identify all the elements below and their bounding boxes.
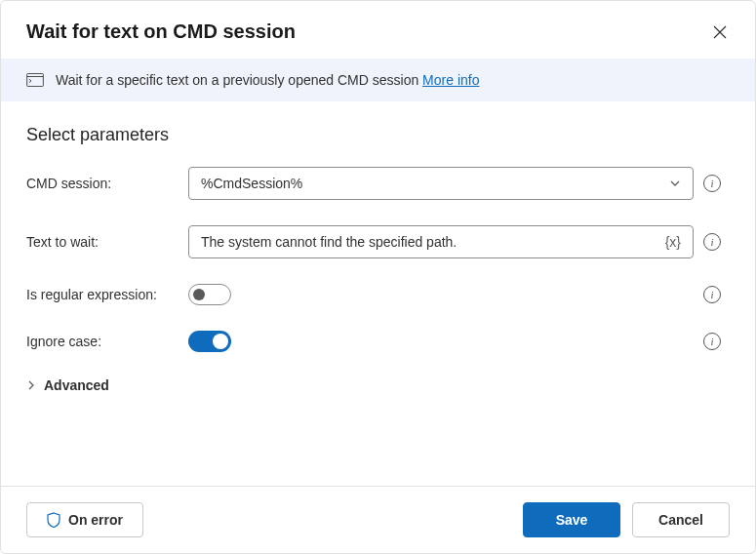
label-ignore-case: Ignore case:	[26, 334, 188, 349]
advanced-toggle[interactable]: Advanced	[26, 377, 730, 393]
cancel-label: Cancel	[658, 512, 703, 528]
close-button[interactable]	[710, 22, 730, 42]
dialog-footer: On error Save Cancel	[1, 486, 755, 553]
row-text-to-wait: Text to wait: The system cannot find the…	[26, 225, 730, 258]
footer-right: Save Cancel	[523, 502, 730, 537]
dialog-header: Wait for text on CMD session	[1, 1, 755, 59]
cmd-session-select[interactable]: %CmdSession%	[188, 167, 694, 200]
on-error-label: On error	[68, 512, 123, 528]
info-icon-ignore-case[interactable]: i	[703, 333, 721, 350]
cmd-session-value: %CmdSession%	[201, 176, 302, 191]
variable-icon[interactable]: {x}	[665, 234, 681, 250]
info-icon-cmd-session[interactable]: i	[703, 175, 721, 192]
is-regex-toggle[interactable]	[188, 284, 231, 305]
svg-rect-0	[27, 73, 44, 86]
text-to-wait-value: The system cannot find the specified pat…	[201, 234, 665, 250]
info-icon-text-to-wait[interactable]: i	[703, 233, 721, 251]
row-cmd-session: CMD session: %CmdSession% i	[26, 167, 730, 200]
ignore-case-toggle[interactable]	[188, 331, 231, 352]
banner-text: Wait for a specific text on a previously…	[56, 72, 479, 88]
info-icon-is-regex[interactable]: i	[703, 286, 721, 303]
row-ignore-case: Ignore case: i	[26, 331, 730, 352]
chevron-right-icon	[26, 380, 36, 390]
cancel-button[interactable]: Cancel	[632, 502, 730, 537]
row-is-regex: Is regular expression: i	[26, 284, 730, 305]
section-title: Select parameters	[26, 125, 730, 145]
dialog-body: Select parameters CMD session: %CmdSessi…	[1, 101, 755, 486]
toggle-knob	[213, 334, 228, 349]
more-info-link[interactable]: More info	[422, 72, 479, 88]
toggle-knob	[193, 289, 205, 300]
on-error-button[interactable]: On error	[26, 502, 143, 537]
dialog-title: Wait for text on CMD session	[26, 20, 296, 43]
text-to-wait-input[interactable]: The system cannot find the specified pat…	[188, 225, 694, 258]
chevron-down-icon	[669, 178, 681, 189]
advanced-label: Advanced	[44, 377, 109, 393]
label-cmd-session: CMD session:	[26, 176, 188, 191]
label-text-to-wait: Text to wait:	[26, 234, 188, 250]
dialog: Wait for text on CMD session Wait for a …	[0, 0, 756, 554]
banner-text-content: Wait for a specific text on a previously…	[56, 72, 422, 88]
cmd-icon	[26, 73, 44, 87]
close-icon	[713, 25, 727, 39]
save-button[interactable]: Save	[523, 502, 620, 537]
save-label: Save	[556, 512, 588, 528]
label-is-regex: Is regular expression:	[26, 287, 188, 302]
info-banner: Wait for a specific text on a previously…	[1, 59, 755, 101]
shield-icon	[47, 512, 60, 528]
